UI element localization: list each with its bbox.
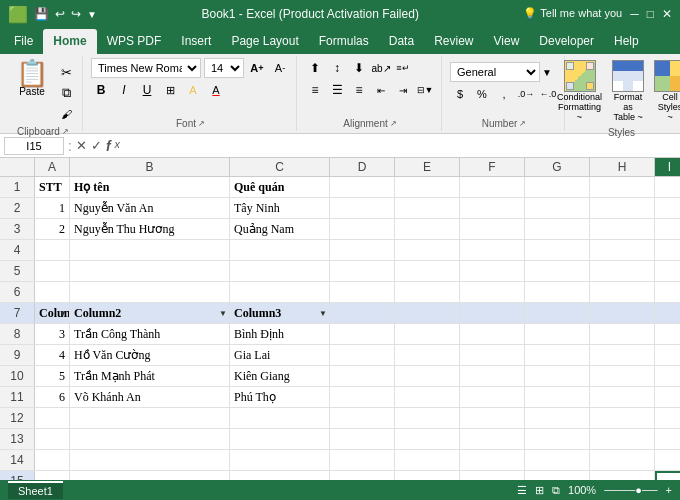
cell-b5[interactable]: [70, 261, 230, 281]
bold-button[interactable]: B: [91, 80, 111, 100]
cell-i11[interactable]: [655, 387, 680, 407]
font-name-select[interactable]: Times New Roman: [91, 58, 201, 78]
cell-d14[interactable]: [330, 450, 395, 470]
cell-f6[interactable]: [460, 282, 525, 302]
cell-a6[interactable]: [35, 282, 70, 302]
formula-input[interactable]: [124, 139, 676, 153]
cell-g3[interactable]: [525, 219, 590, 239]
cell-b11[interactable]: Võ Khánh An: [70, 387, 230, 407]
cell-h10[interactable]: [590, 366, 655, 386]
number-expand-arrow[interactable]: ▼: [542, 67, 552, 78]
filter-dropdown-c7[interactable]: ▼: [319, 309, 327, 318]
tab-formulas[interactable]: Formulas: [309, 29, 379, 54]
cell-i7[interactable]: [655, 303, 680, 323]
row-header-5[interactable]: 5: [0, 261, 35, 281]
paste-button[interactable]: 📋 Paste: [10, 58, 54, 99]
format-painter-button[interactable]: 🖌: [56, 104, 76, 124]
cell-g6[interactable]: [525, 282, 590, 302]
cell-c12[interactable]: [230, 408, 330, 428]
align-right-button[interactable]: ≡: [349, 80, 369, 100]
cell-c10[interactable]: Kiên Giang: [230, 366, 330, 386]
tab-data[interactable]: Data: [379, 29, 424, 54]
row-header-2[interactable]: 2: [0, 198, 35, 218]
col-header-b[interactable]: B: [70, 158, 230, 176]
cell-f10[interactable]: [460, 366, 525, 386]
cell-f3[interactable]: [460, 219, 525, 239]
cell-a12[interactable]: [35, 408, 70, 428]
confirm-formula-icon[interactable]: ✓: [91, 138, 102, 154]
cell-f8[interactable]: [460, 324, 525, 344]
row-header-14[interactable]: 14: [0, 450, 35, 470]
cell-b12[interactable]: [70, 408, 230, 428]
conditional-formatting-button[interactable]: Conditional Formatting ~: [554, 58, 605, 125]
cell-g14[interactable]: [525, 450, 590, 470]
cell-d9[interactable]: [330, 345, 395, 365]
cell-h8[interactable]: [590, 324, 655, 344]
fill-color-button[interactable]: A: [183, 80, 203, 100]
cell-f11[interactable]: [460, 387, 525, 407]
cell-a1[interactable]: STT: [35, 177, 70, 197]
cell-g13[interactable]: [525, 429, 590, 449]
zoom-in-button[interactable]: +: [666, 484, 672, 497]
cell-i2[interactable]: [655, 198, 680, 218]
cell-b10[interactable]: Trần Mạnh Phát: [70, 366, 230, 386]
cell-i12[interactable]: [655, 408, 680, 428]
cell-h2[interactable]: [590, 198, 655, 218]
cell-a2[interactable]: 1: [35, 198, 70, 218]
cell-a9[interactable]: 4: [35, 345, 70, 365]
cell-i10[interactable]: [655, 366, 680, 386]
row-header-3[interactable]: 3: [0, 219, 35, 239]
cell-b2[interactable]: Nguyễn Văn An: [70, 198, 230, 218]
cell-i14[interactable]: [655, 450, 680, 470]
cell-a5[interactable]: [35, 261, 70, 281]
cell-c2[interactable]: Tây Ninh: [230, 198, 330, 218]
tab-insert[interactable]: Insert: [171, 29, 221, 54]
cell-e3[interactable]: [395, 219, 460, 239]
row-header-6[interactable]: 6: [0, 282, 35, 302]
merge-center-button[interactable]: ⊟▼: [415, 80, 435, 100]
alignment-expand-icon[interactable]: ↗: [390, 119, 397, 128]
tell-me-input[interactable]: 💡 Tell me what you: [523, 7, 622, 21]
row-header-1[interactable]: 1: [0, 177, 35, 197]
cell-g9[interactable]: [525, 345, 590, 365]
cell-i3[interactable]: [655, 219, 680, 239]
cell-h11[interactable]: [590, 387, 655, 407]
cell-c6[interactable]: [230, 282, 330, 302]
row-header-4[interactable]: 4: [0, 240, 35, 260]
row-header-13[interactable]: 13: [0, 429, 35, 449]
cell-g8[interactable]: [525, 324, 590, 344]
quick-undo-icon[interactable]: ↩: [55, 7, 65, 21]
cell-g1[interactable]: [525, 177, 590, 197]
wrap-text-button[interactable]: ≡↵: [393, 58, 413, 78]
increase-decimal-button[interactable]: .0→: [516, 84, 536, 104]
cell-f13[interactable]: [460, 429, 525, 449]
format-as-table-button[interactable]: Format as Table ~: [609, 58, 647, 125]
minimize-button[interactable]: ─: [630, 7, 639, 21]
cell-i13[interactable]: [655, 429, 680, 449]
cell-e12[interactable]: [395, 408, 460, 428]
cell-d1[interactable]: [330, 177, 395, 197]
cell-a11[interactable]: 6: [35, 387, 70, 407]
maximize-button[interactable]: □: [647, 7, 654, 21]
cell-e7[interactable]: [395, 303, 460, 323]
quick-customize-icon[interactable]: ▼: [87, 9, 97, 20]
cell-b9[interactable]: Hồ Văn Cường: [70, 345, 230, 365]
cell-f4[interactable]: [460, 240, 525, 260]
cell-g2[interactable]: [525, 198, 590, 218]
orientation-button[interactable]: ab↗: [371, 58, 391, 78]
filter-dropdown-b7[interactable]: ▼: [219, 309, 227, 318]
cell-e2[interactable]: [395, 198, 460, 218]
font-color-button[interactable]: A: [206, 80, 226, 100]
cell-d3[interactable]: [330, 219, 395, 239]
cell-i6[interactable]: [655, 282, 680, 302]
cell-h14[interactable]: [590, 450, 655, 470]
cell-h13[interactable]: [590, 429, 655, 449]
col-header-g[interactable]: G: [525, 158, 590, 176]
cell-b6[interactable]: [70, 282, 230, 302]
cell-b7[interactable]: Column2 ▼: [70, 303, 230, 323]
cell-h12[interactable]: [590, 408, 655, 428]
cell-b1[interactable]: Họ tên: [70, 177, 230, 197]
cell-c4[interactable]: [230, 240, 330, 260]
insert-function-icon[interactable]: f: [106, 138, 111, 154]
tab-review[interactable]: Review: [424, 29, 483, 54]
